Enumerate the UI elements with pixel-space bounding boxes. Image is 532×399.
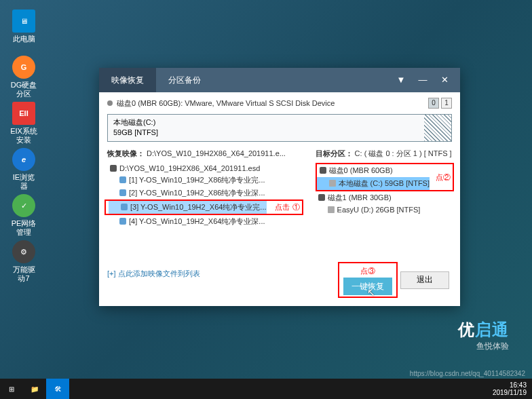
taskbar-app-active[interactable]: 🛠 xyxy=(46,379,69,399)
target-path: C: ( 磁盘 0 : 分区 1 ) [ NTFS ] xyxy=(355,149,452,157)
image-icon xyxy=(119,218,126,225)
exit-button[interactable]: 退出 xyxy=(400,271,449,289)
image-item-3[interactable]: [3] Y-OS_Win10_19H2_X64纯净专业完... xyxy=(109,201,267,214)
minimize-button[interactable]: — xyxy=(413,72,433,88)
tray-time: 16:43 xyxy=(493,381,527,389)
annotation-2: 点② xyxy=(436,172,451,182)
ie-icon: e xyxy=(12,148,35,171)
taskbar-folder[interactable]: 📁 xyxy=(23,379,46,399)
target-title: 目标分区： xyxy=(316,149,353,157)
target-partition-c[interactable]: 本地磁盘 (C:) 59GB [NTFS] xyxy=(317,177,430,190)
desktop-icon-ie[interactable]: e IE浏览器 xyxy=(10,148,38,191)
tray-date: 2019/11/19 xyxy=(493,389,527,396)
restore-button[interactable]: 一键恢复 xyxy=(343,278,392,295)
disk-icon xyxy=(110,165,117,172)
annotation-1: 点击 ① xyxy=(275,202,299,212)
source-title: 恢复映像： xyxy=(107,149,145,157)
disk-icon xyxy=(318,194,325,201)
tab-backup[interactable]: 分区备份 xyxy=(156,68,213,92)
taskbar: ⊞ 📁 🛠 16:43 2019/11/19 xyxy=(0,379,532,399)
disk-name: 磁盘0 (MBR 60GB): VMware, VMware Virtual S… xyxy=(117,98,335,109)
eix-icon: EII xyxy=(12,102,35,125)
source-image-column: 恢复映像： D:\YOS_W10_19H2X86_X64_201911.e...… xyxy=(107,149,303,298)
image-file-root[interactable]: D:\YOS_W10_19H2X86_X64_201911.esd xyxy=(107,163,303,174)
desktop-icon-net[interactable]: ✓ PE网络管理 xyxy=(10,194,38,237)
image-icon xyxy=(119,176,126,183)
desktop-icon-dg[interactable]: G DG硬盘分区 xyxy=(10,56,38,98)
disk-icon xyxy=(320,167,326,174)
close-button[interactable]: ✕ xyxy=(434,72,455,88)
partition-size: 59GB [NTFS] xyxy=(113,128,424,138)
folder-icon xyxy=(328,206,335,213)
disk-page-1[interactable]: 1 xyxy=(441,98,452,109)
desktop-icon-pc[interactable]: 🖥 此电脑 xyxy=(10,10,38,43)
image-item-2[interactable]: [2] Y-OS_Win10_19H2_X86纯净专业深... xyxy=(107,187,303,200)
desktop-icon-drv[interactable]: ⚙ 万能驱动7 xyxy=(10,240,38,283)
start-button[interactable]: ⊞ xyxy=(0,379,23,399)
partition-display[interactable]: 本地磁盘(C:) 59GB [NTFS] xyxy=(107,114,452,142)
target-partition-d[interactable]: EasyU (D:) 26GB [NTFS] xyxy=(316,204,454,215)
image-icon xyxy=(121,204,128,210)
dropdown-button[interactable]: ▼ xyxy=(391,72,411,88)
net-icon: ✓ xyxy=(12,194,35,217)
drv-icon: ⚙ xyxy=(12,240,35,263)
tab-restore[interactable]: 映像恢复 xyxy=(99,68,156,92)
target-disk-0[interactable]: 磁盘0 (MBR 60GB) xyxy=(317,164,430,177)
system-tray[interactable]: 16:43 2019/11/19 xyxy=(493,381,532,396)
dg-icon: G xyxy=(12,56,35,79)
pc-icon: 🖥 xyxy=(12,10,35,33)
disk-page-0[interactable]: 0 xyxy=(428,98,439,109)
partition-name: 本地磁盘(C:) xyxy=(113,117,424,128)
partition-usage-hatch xyxy=(424,115,451,141)
disk-selector-row: 磁盘0 (MBR 60GB): VMware, VMware Virtual S… xyxy=(99,92,460,114)
titlebar: 映像恢复 分区备份 ▼ — ✕ xyxy=(99,68,460,92)
folder-icon xyxy=(329,180,336,187)
image-icon xyxy=(119,189,126,196)
annotation-3: 点③ xyxy=(343,266,392,276)
image-item-1[interactable]: [1] Y-OS_Win10_19H2_X86纯净专业完... xyxy=(107,174,303,187)
restore-dialog: 映像恢复 分区备份 ▼ — ✕ 磁盘0 (MBR 60GB): VMware, … xyxy=(99,68,460,306)
watermark-url: https://blog.csdn.net/qq_40114582342 xyxy=(410,370,525,377)
desktop-icon-eix[interactable]: EII EIX系统安装 xyxy=(10,102,38,145)
disk-dot-icon xyxy=(107,100,113,106)
source-path: D:\YOS_W10_19H2X86_X64_201911.e... xyxy=(147,149,286,157)
image-item-4[interactable]: [4] Y-OS_Win10_19H2_X64纯净专业深... xyxy=(107,215,303,228)
target-disk-1[interactable]: 磁盘1 (MBR 30GB) xyxy=(316,191,454,204)
add-image-link[interactable]: [+] 点此添加映像文件到列表 xyxy=(107,269,303,279)
brand-logo: 优启通 鱼悦体验 xyxy=(458,319,509,352)
